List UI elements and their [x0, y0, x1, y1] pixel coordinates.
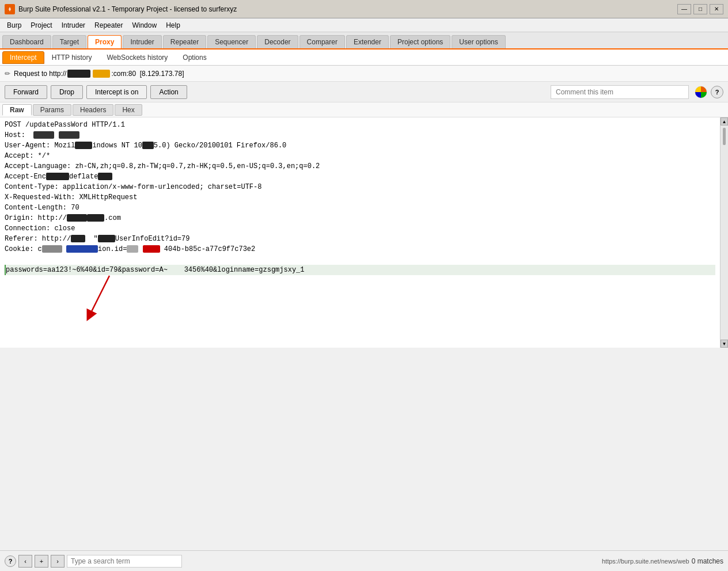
- redacted-cookie-red: [143, 245, 160, 253]
- tab-user-options[interactable]: User options: [452, 35, 505, 48]
- tab-proxy[interactable]: Proxy: [88, 35, 122, 48]
- status-url: https://burp.suite.net/news/web: [602, 558, 689, 565]
- svg-line-2: [89, 276, 109, 316]
- content-tab-hex[interactable]: Hex: [115, 104, 142, 116]
- main-tabs: Dashboard Target Proxy Intruder Repeater…: [0, 32, 728, 50]
- scrollbar-thumb[interactable]: [723, 128, 726, 145]
- tab-sequencer[interactable]: Sequencer: [207, 35, 256, 48]
- content-tab-raw[interactable]: Raw: [2, 104, 32, 116]
- menu-intruder[interactable]: Intruder: [57, 20, 90, 31]
- subtab-intercept[interactable]: Intercept: [2, 51, 44, 64]
- status-matches: 0 matches: [692, 557, 723, 565]
- status-help-button[interactable]: ?: [5, 555, 16, 567]
- forward-button[interactable]: Forward: [5, 85, 47, 99]
- content-tabs: Raw Params Headers Hex: [0, 102, 728, 117]
- window-controls: — □ ✕: [677, 4, 723, 14]
- action-bar: Forward Drop Intercept is on Action ?: [0, 82, 728, 102]
- request-line-ua: User-Agent: Mozil indows NT 10 5.0) Geck…: [5, 140, 715, 151]
- tab-intruder[interactable]: Intruder: [123, 35, 161, 48]
- request-line-accept: Accept: */*: [5, 151, 715, 161]
- nav-prev-button[interactable]: ‹: [18, 555, 32, 568]
- tab-project-options[interactable]: Project options: [390, 35, 450, 48]
- content-tab-headers[interactable]: Headers: [73, 104, 113, 116]
- request-line-1: POST /updatePassWord HTTP/1.1: [5, 120, 715, 130]
- comment-input[interactable]: [551, 85, 689, 99]
- tab-comparer[interactable]: Comparer: [299, 35, 345, 48]
- request-suffix: :com:80 [8.129.173.78]: [111, 70, 184, 78]
- search-input[interactable]: [67, 555, 182, 568]
- request-line-params: passwords=aa123!~6%40&id=79&password=A~ …: [5, 265, 715, 275]
- redacted-host-1: [67, 70, 90, 78]
- menu-bar: Burp Project Intruder Repeater Window He…: [0, 18, 728, 32]
- request-bar: ✏ Request to http:// :com:80 [8.129.173.…: [0, 66, 728, 82]
- maximize-button[interactable]: □: [693, 4, 707, 14]
- request-line-x-requested: X-Requested-With: XMLHttpRequest: [5, 192, 715, 203]
- burp-logo-svg: [695, 86, 707, 98]
- tab-repeater[interactable]: Repeater: [163, 35, 206, 48]
- burp-logo: [695, 86, 707, 98]
- redacted-host-2: [93, 70, 110, 78]
- menu-help[interactable]: Help: [161, 20, 185, 31]
- content-tab-params[interactable]: Params: [33, 104, 71, 116]
- redacted-host-dark: [33, 131, 54, 139]
- scroll-up-button[interactable]: ▲: [721, 117, 728, 125]
- nav-next-button[interactable]: ›: [51, 555, 65, 568]
- content-area: POST /updatePassWord HTTP/1.1 Host: User…: [0, 117, 728, 348]
- request-line-cookie: Cookie: c ion.id= 404b-b85c-a77c9f7c73e2: [5, 244, 715, 254]
- scroll-down-button[interactable]: ▼: [721, 340, 728, 348]
- tab-target[interactable]: Target: [52, 35, 86, 48]
- help-button[interactable]: ?: [711, 86, 723, 98]
- sub-tabs: Intercept HTTP history WebSockets histor…: [0, 50, 728, 66]
- subtab-http-history[interactable]: HTTP history: [44, 51, 100, 64]
- close-button[interactable]: ✕: [710, 4, 723, 14]
- menu-project[interactable]: Project: [26, 20, 56, 31]
- title-bar: Burp Suite Professional v2.1 - Temporary…: [0, 0, 728, 18]
- menu-burp[interactable]: Burp: [2, 20, 26, 31]
- tab-dashboard[interactable]: Dashboard: [2, 35, 51, 48]
- status-bar: ? ‹ + › https://burp.suite.net/news/web …: [0, 550, 728, 571]
- title-bar-left: Burp Suite Professional v2.1 - Temporary…: [5, 4, 237, 14]
- window-title: Burp Suite Professional v2.1 - Temporary…: [18, 5, 237, 13]
- subtab-websockets[interactable]: WebSockets history: [100, 51, 176, 64]
- redacted-host-dark2: [59, 131, 79, 139]
- menu-repeater[interactable]: Repeater: [90, 20, 127, 31]
- request-line-referer: Referer: http:// " UserInfoEdit?id=79: [5, 234, 715, 244]
- nav-up-button[interactable]: +: [35, 555, 48, 568]
- action-button[interactable]: Action: [150, 85, 187, 99]
- request-line-host: Host:: [5, 130, 715, 140]
- request-line-accept-lang: Accept-Language: zh-CN,zh;q=0.8,zh-TW;q=…: [5, 161, 715, 172]
- subtab-options[interactable]: Options: [175, 51, 214, 64]
- menu-window[interactable]: Window: [127, 20, 161, 31]
- request-line-content-type: Content-Type: application/x-www-form-url…: [5, 182, 715, 192]
- request-line-origin: Origin: http:// .com: [5, 213, 715, 223]
- request-content[interactable]: POST /updatePassWord HTTP/1.1 Host: User…: [0, 117, 720, 348]
- red-arrow: [86, 270, 132, 331]
- request-line-connection: Connection: close: [5, 223, 715, 234]
- edit-icon: ✏: [5, 70, 10, 78]
- intercept-toggle-button[interactable]: Intercept is on: [86, 85, 147, 99]
- minimize-button[interactable]: —: [677, 4, 691, 14]
- request-line-empty: [5, 254, 715, 265]
- scrollbar[interactable]: ▲ ▼: [720, 117, 728, 348]
- app-icon: [5, 4, 15, 14]
- tab-decoder[interactable]: Decoder: [257, 35, 298, 48]
- drop-button[interactable]: Drop: [51, 85, 83, 99]
- request-line-accept-enc: Accept-Enc deflate: [5, 172, 715, 182]
- request-line-content-length: Content-Length: 70: [5, 203, 715, 213]
- request-prefix: Request to http://: [14, 70, 66, 78]
- tab-extender[interactable]: Extender: [346, 35, 389, 48]
